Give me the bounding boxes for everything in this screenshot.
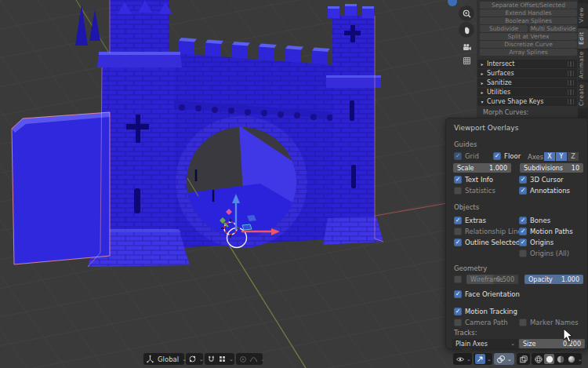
rendered-shading-icon[interactable]	[566, 354, 576, 364]
checkbox-icon[interactable]: ✓	[454, 239, 462, 246]
face-orientation-checkbox[interactable]: ✓ Face Orientation	[454, 290, 520, 299]
checkbox-icon[interactable]: ✓	[519, 239, 527, 246]
checkbox-icon[interactable]: ✓	[519, 176, 527, 184]
track-size-slider[interactable]: Size0.200	[519, 339, 585, 348]
discretize-curve-button[interactable]: Discretize Curve	[480, 41, 577, 48]
chevron-down-icon: ⌄	[486, 356, 492, 363]
wireframe-slider[interactable]: Wireframe0.500	[466, 275, 518, 284]
multi-subdivide-button[interactable]: Multi Subdivide	[529, 25, 577, 32]
axes-toggle-group: X Y Z	[544, 151, 579, 161]
wireframe-checkbox[interactable]: ✓	[454, 275, 462, 284]
checkbox-icon[interactable]: ✓	[519, 319, 527, 326]
show-overlays-toggle[interactable]: ⌄	[494, 353, 514, 365]
section-intersect[interactable]: ▸ Intersect	[477, 60, 577, 68]
relationship-lines-checkbox[interactable]: ✓ Relationship Lines	[454, 227, 525, 236]
bones-checkbox[interactable]: ✓ Bones	[519, 216, 550, 225]
extras-checkbox[interactable]: ✓ Extras	[454, 216, 486, 225]
checkbox-icon[interactable]: ✓	[454, 152, 462, 160]
grid-subdivisions-slider[interactable]: Subdivisions10	[520, 163, 583, 173]
tab-view[interactable]: View	[578, 3, 588, 27]
floor-checkbox[interactable]: ✓ Floor	[493, 151, 521, 161]
checkbox-icon[interactable]: ✓	[454, 319, 462, 326]
separate-offset-button[interactable]: Separate Offset/Selected	[480, 2, 577, 9]
transform-orientation-dropdown[interactable]: Global ⌄	[143, 353, 184, 365]
axis-x-toggle[interactable]: X	[544, 152, 555, 161]
opacity-slider[interactable]: Opacity1.000	[524, 275, 583, 284]
object-visibility-dropdown[interactable]: ⌄	[453, 353, 472, 365]
checkbox-icon[interactable]: ✓	[454, 290, 462, 298]
pivot-point-dropdown[interactable]: ⌄	[186, 353, 203, 365]
axis-y-toggle[interactable]: Y	[556, 152, 567, 161]
checkbox-icon[interactable]: ✓	[454, 308, 462, 315]
chevron-down-icon: ⌄	[506, 356, 513, 363]
checkbox-icon[interactable]: ✓	[454, 187, 462, 195]
text-info-checkbox[interactable]: ✓ Text Info	[454, 175, 493, 184]
drag-grip-icon[interactable]	[568, 99, 575, 104]
snap-magnet-icon[interactable]	[206, 354, 216, 364]
camera-path-checkbox[interactable]: ✓ Camera Path	[454, 318, 508, 327]
falloff-curve-icon[interactable]	[249, 354, 259, 364]
extend-handles-button[interactable]: Extend Handles	[480, 9, 577, 16]
statistics-checkbox[interactable]: ✓ Statistics	[454, 186, 495, 195]
origins-checkbox[interactable]: ✓ Origins	[519, 238, 554, 247]
xray-toggle[interactable]	[517, 353, 530, 365]
toggle-grid-icon[interactable]	[459, 53, 474, 68]
outline-selected-checkbox[interactable]: ✓ Outline Selected	[454, 238, 520, 247]
snap-target-icon[interactable]	[217, 354, 227, 364]
checkbox-icon[interactable]: ✓	[454, 217, 462, 224]
section-sanitize[interactable]: ▸ Sanitize	[477, 78, 577, 87]
overlays-circles-icon	[495, 354, 506, 364]
section-utilities[interactable]: ▸ Utilities	[477, 88, 577, 97]
checkbox-icon[interactable]: ✓	[454, 275, 462, 283]
checkbox-icon[interactable]: ✓	[519, 228, 527, 235]
tracks-section-label: Tracks:	[454, 329, 477, 337]
split-at-vertex-button[interactable]: Split at Vertex	[480, 33, 577, 40]
grid-scale-slider[interactable]: Scale1.000	[453, 163, 511, 173]
material-preview-shading-icon[interactable]	[555, 354, 565, 364]
checkbox-icon[interactable]: ✓	[454, 228, 462, 235]
origins-all-checkbox[interactable]: ✓ Origins (All)	[519, 249, 569, 258]
tab-animate[interactable]: Animate	[578, 50, 588, 80]
chevron-down-icon: ⌄	[510, 341, 515, 347]
array-splines-button[interactable]: Array Splines	[480, 49, 577, 56]
boolean-splines-button[interactable]: Boolean Splines	[480, 17, 577, 24]
collapse-arrow-icon: ▾	[477, 97, 487, 106]
motion-tracking-checkbox[interactable]: ✓ Motion Tracking	[454, 307, 517, 316]
tab-edit[interactable]: Edit	[578, 28, 588, 49]
drag-grip-icon[interactable]	[568, 71, 575, 76]
proportional-editing-icon[interactable]	[238, 354, 248, 364]
motion-paths-checkbox[interactable]: ✓ Motion Paths	[519, 227, 573, 236]
drag-grip-icon[interactable]	[568, 80, 575, 86]
checkbox-icon[interactable]: ✓	[493, 152, 501, 160]
axes-label: Axes	[528, 153, 543, 161]
section-surfaces[interactable]: ▸ Surfaces	[477, 69, 577, 78]
orientation-axes-icon	[145, 354, 155, 364]
subdivide-button[interactable]: Subdivide	[480, 25, 528, 32]
xray-icon	[518, 354, 528, 364]
checkbox-icon[interactable]: ✓	[454, 176, 462, 184]
checkbox-icon[interactable]: ✓	[519, 250, 527, 257]
solid-shading-icon[interactable]	[544, 354, 554, 364]
sidebar-edit-panel: Separate Offset/Selected Extend Handles …	[477, 0, 578, 119]
checkbox-icon[interactable]: ✓	[519, 217, 527, 224]
grid-checkbox[interactable]: ✓ Grid	[454, 151, 479, 161]
show-gizmo-toggle[interactable]: ⌄	[474, 353, 492, 365]
axis-z-toggle[interactable]: Z	[568, 152, 579, 161]
viewport-overlays-popover: Viewport Overlays Guides ✓ Grid ✓ Floor …	[445, 118, 588, 349]
checkbox-icon[interactable]: ✓	[519, 187, 527, 195]
zoom-icon[interactable]	[459, 5, 474, 21]
pan-hand-icon[interactable]	[459, 22, 474, 38]
tab-create[interactable]: Create	[578, 82, 588, 108]
tracks-type-dropdown[interactable]: Plain Axes ⌄	[452, 339, 518, 348]
section-curve-shape-keys[interactable]: ▾ Curve Shape Keys	[477, 97, 577, 106]
water-plane	[12, 112, 110, 264]
3d-cursor-checkbox[interactable]: ✓ 3D Cursor	[519, 175, 564, 184]
wireframe-shading-icon[interactable]	[533, 354, 543, 364]
annotations-checkbox[interactable]: ✓ Annotations	[519, 186, 570, 195]
drag-grip-icon[interactable]	[568, 61, 575, 67]
marker-names-checkbox[interactable]: ✓ Marker Names	[519, 318, 579, 327]
collapse-arrow-icon: ▸	[477, 60, 487, 68]
morph-curves-label: Morph Curves:	[483, 109, 528, 116]
drag-grip-icon[interactable]	[568, 89, 575, 95]
chevron-down-icon: ⌄	[466, 356, 472, 363]
